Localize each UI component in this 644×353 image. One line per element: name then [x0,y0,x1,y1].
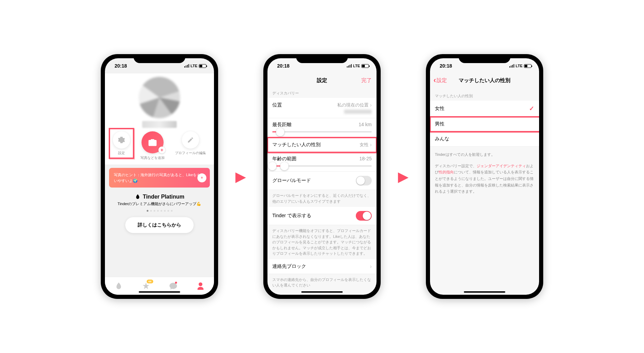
back-label: 設定 [437,77,447,84]
age-slider[interactable] [272,165,372,167]
nav-bar: ‹設定 マッチしたい人の性別 [430,73,539,87]
status-time: 20:18 [277,63,290,69]
show-on-tinder-cell[interactable]: Tinder で表示する [267,207,377,225]
gender-preference-cell[interactable]: マッチしたい人の性別 女性› [267,138,377,152]
status-time: 20:18 [440,63,452,69]
edit-profile-label: プロフィールの編集 [175,151,206,155]
nav-title: 設定 [317,77,327,84]
camera-icon [148,138,157,147]
home-indicator [464,291,505,293]
page-dots [110,210,208,212]
pencil-icon [187,137,194,143]
gender-label: マッチしたい人の性別 [272,142,321,148]
username-blurred [142,121,177,128]
age-value: 18-25 [359,156,372,162]
signal-icon [347,64,352,68]
flame-icon [135,194,141,200]
block-footer: スマホの連絡先から、自分のプロフィールを表示したくない人を選んでください [267,274,377,291]
location-label: 位置 [272,102,282,108]
nav-title: マッチしたい人の性別 [459,77,510,84]
done-button[interactable]: 完了 [361,77,372,84]
promo-card: Tinder Platinum Tinderのプレミアム機能がさらにパワーアップ… [105,191,214,238]
photo-hint-banner[interactable]: 写真のヒント：海外旅行の写真があると、Likeをもらいやすいよ🌍 + [109,168,210,188]
cta-button[interactable]: 詳しくはこちらから [125,217,194,233]
home-indicator [301,291,343,293]
location-detail-blurred [344,110,372,114]
edit-profile-button[interactable]: プロフィールの編集 [175,131,206,155]
carrier-label: LTE [191,64,197,68]
settings-label: 設定 [118,151,125,155]
battery-icon [199,64,206,68]
hint-plus-icon: + [197,173,206,182]
show-toggle[interactable] [356,211,372,221]
distance-cell[interactable]: 最長距離14 km [267,118,377,138]
add-media-button[interactable]: + 写真などを追加 [140,131,165,160]
tab-profile[interactable] [196,282,205,291]
global-mode-cell[interactable]: グローバルモード [267,172,377,190]
age-range-cell[interactable]: 年齢の範囲18-25 [267,152,377,172]
option-women-label: 女性 [435,105,445,112]
status-time: 20:18 [115,63,127,69]
section-gender: マッチしたい人の性別 [430,87,539,101]
chevron-icon: › [370,142,372,148]
global-label: グローバルモード [272,178,311,184]
discovery-info: ディスカバリー設定で、ジェンダーアイデンティティおよび性的指向について、情報を追… [430,163,539,200]
tab-discover[interactable] [114,282,123,291]
distance-value: 14 km [359,122,372,128]
phone-gender-select: 20:18 LTE ‹設定 マッチしたい人の性別 マッチしたい人の性別 女性 ✓… [426,54,543,299]
likes-badge: 44 [147,280,153,283]
tab-likes[interactable]: 44 [142,282,150,291]
battery-icon [524,64,531,68]
arrow-next-icon: ▶ [398,169,409,184]
option-men[interactable]: 男性 [430,117,539,132]
phone-profile: 20:18 LTE 設定 + [101,54,218,299]
notch [134,54,185,63]
show-label: Tinder で表示する [272,213,311,219]
message-dot-icon [175,282,177,284]
location-cell[interactable]: 位置 私の現在の位置› [267,98,377,118]
show-footer: ディスカバリー機能をオフにすると、プロフィールカードにあなたが表示されなくなりま… [267,225,377,259]
carrier-label: LTE [353,64,360,68]
block-contacts-cell[interactable]: 連絡先ブロック › [267,259,377,274]
option-everyone[interactable]: みんな [430,132,539,147]
promo-subtitle: Tinderのプレミアム機能がさらにパワーアップ💪 [110,201,208,206]
global-footer: グローバルモードをオンにすると、近くの人だけでなく、他のエリアにいる人もスワイプ… [267,190,377,207]
notch [459,54,510,63]
nav-bar: 設定 完了 [267,73,377,87]
notch [296,54,348,63]
chevron-icon: › [370,102,372,108]
check-icon: ✓ [529,105,534,112]
gender-value: 女性 [360,142,369,148]
location-value: 私の現在の位置 [337,102,369,108]
plus-badge-icon: + [158,147,165,153]
block-label: 連絡先ブロック [272,263,306,270]
hint-text: 写真のヒント：海外旅行の写真があると、Likeをもらいやすいよ🌍 [114,173,204,183]
arrow-next-icon: ▶ [235,169,246,184]
settings-button[interactable]: 設定 [113,131,130,155]
distance-slider[interactable] [272,131,372,132]
battery-icon [361,64,369,68]
gear-icon [118,136,125,144]
back-button[interactable]: ‹設定 [433,76,447,85]
section-discovery: ディスカバリー [267,87,377,98]
signal-icon [509,64,515,68]
carrier-label: LTE [516,64,523,68]
promo-title-text: Tinder Platinum [143,194,185,200]
avatar[interactable] [139,77,180,118]
option-men-label: 男性 [435,121,445,127]
phone-settings: 20:18 LTE 設定 完了 ディスカバリー 位置 私の現在の位置› 最長距離… [263,54,381,299]
signal-icon [184,64,189,68]
distance-label: 最長距離 [272,122,292,128]
global-toggle[interactable] [356,176,372,185]
age-label: 年齢の範囲 [272,156,296,162]
chevron-icon: › [370,263,372,270]
home-indicator [139,291,180,293]
tab-messages[interactable] [169,282,178,291]
profile-header: 設定 + 写真などを追加 プロフィールの編集 [105,73,214,164]
chevron-left-icon: ‹ [433,76,436,85]
add-media-label: 写真などを追加 [140,155,165,160]
welcome-text: Tinderはすべての人を歓迎します。 [430,147,539,163]
option-everyone-label: みんな [435,136,449,142]
option-women[interactable]: 女性 ✓ [430,101,539,117]
